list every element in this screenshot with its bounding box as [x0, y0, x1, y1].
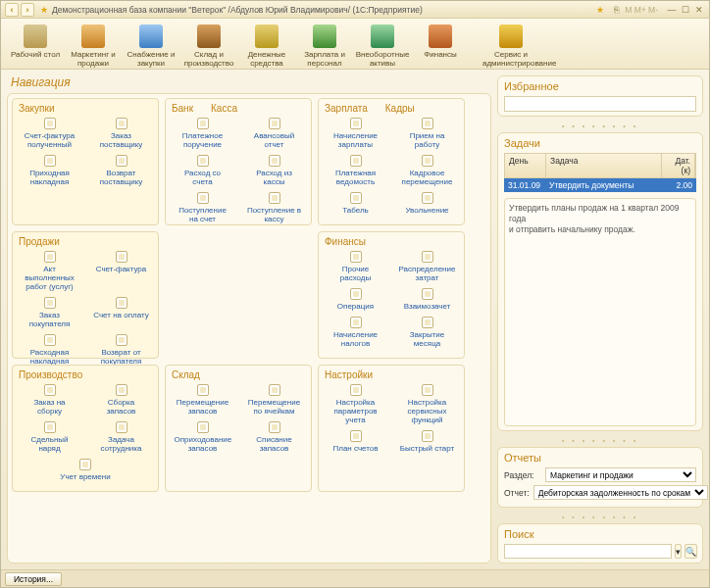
item-prihodnaya-nakladnaya[interactable]: Приходная накладная [22, 155, 78, 186]
item-rashod-so-scheta[interactable]: Расход со счета [175, 155, 231, 186]
tb-warehouse[interactable]: Склад и производство [180, 23, 237, 68]
task-day: 31.01.09 [504, 178, 545, 192]
item-operatsiya[interactable]: Операция [328, 288, 384, 311]
item-bystryj-start[interactable]: Быстрый старт [399, 430, 456, 453]
service-icon [499, 24, 523, 48]
search-panel: Поиск ▾ 🔍 [497, 523, 703, 564]
window-title: Демонстрационная база компании "Ветерок"… [52, 5, 596, 15]
item-plan-schetov[interactable]: План счетов [328, 430, 384, 453]
nav-forward-button[interactable]: › [21, 3, 34, 17]
group-zarplata-kadry: ЗарплатаКадры Начисление зарплаты Прием … [318, 98, 465, 225]
item-zakrytie-mesyatsa[interactable]: Закрытие месяца [399, 317, 456, 348]
divider[interactable]: • • • • • • • • [497, 122, 703, 126]
search-title: Поиск [504, 528, 696, 540]
col-date[interactable]: Дат. (к) [662, 154, 695, 177]
tb-assets[interactable]: Внеоборотные активы [354, 23, 411, 68]
item-kadrovoe-peremeshenie[interactable]: Кадровое перемещение [399, 155, 456, 186]
group-title: Склад [172, 369, 305, 380]
item-tabel[interactable]: Табель [328, 192, 384, 215]
item-nachislenie-nalogov[interactable]: Начисление налогов [328, 317, 384, 348]
item-zakaz-postavshiku[interactable]: Заказ поставщику [93, 118, 150, 149]
favorites-input[interactable] [504, 96, 696, 112]
item-schet-faktura[interactable]: Счет-фактура [93, 251, 150, 291]
item-zadacha-sotrudnika[interactable]: Задача сотрудника [93, 421, 150, 453]
item-schet-na-oplatu[interactable]: Счет на оплату [93, 297, 150, 328]
favorite-star-icon[interactable]: ★ [40, 5, 48, 15]
group-title: Закупки [19, 103, 152, 114]
group-nastroiki: Настройки Настройка параметров учета Нас… [318, 365, 465, 492]
divider[interactable]: • • • • • • • • [497, 437, 703, 441]
item-peremeshenie-zapasov[interactable]: Перемещение запасов [175, 384, 231, 416]
minimize-button[interactable]: — [666, 4, 678, 16]
tb-supply[interactable]: Снабжение и закупки [123, 23, 179, 68]
reports-panel: Отчеты Раздел: Маркетинг и продажи Отчет… [497, 447, 703, 508]
process-map-panel: Закупки Счет-фактура полученный Заказ по… [7, 93, 491, 564]
tasks-header: День Задача Дат. (к) [504, 153, 696, 178]
item-nastroika-servisnyh-funkcij[interactable]: Настройка сервисных функций [399, 384, 456, 424]
item-postuplenie-v-kassu[interactable]: Поступление в кассу [246, 192, 303, 223]
search-input[interactable] [504, 544, 672, 559]
group-title: Настройки [325, 369, 458, 380]
tasks-title: Задачи [504, 137, 696, 149]
item-schet-faktura-poluch[interactable]: Счет-фактура полученный [22, 118, 78, 149]
item-zakaz-pokupatelya[interactable]: Заказ покупателя [22, 297, 78, 328]
item-peremeshenie-po-yachejkam[interactable]: Перемещение по ячейкам [246, 384, 303, 416]
item-platezhnaya-vedomost[interactable]: Платежная ведомость [328, 155, 384, 186]
report-select[interactable]: Дебиторская задолженность по срокам [533, 485, 708, 500]
item-prochie-rashody[interactable]: Прочие расходы [328, 251, 384, 282]
tb-money[interactable]: Денежные средства [238, 23, 295, 68]
task-description: Утвердить планы продаж на 1 квартал 2009… [504, 198, 696, 426]
group-bank-kassa: БанкКасса Платежное поручение Авансовый … [165, 98, 312, 225]
nav-back-button[interactable]: ‹ [5, 3, 19, 17]
section-select[interactable]: Маркетинг и продажи [545, 467, 696, 482]
history-button[interactable]: История... [5, 572, 62, 586]
item-uchet-vremeni[interactable]: Учет времени [57, 459, 114, 481]
left-pane: Навигация Закупки Счет-фактура полученны… [7, 75, 491, 564]
item-nachislenie-zarplaty[interactable]: Начисление зарплаты [328, 118, 384, 149]
tb-salary[interactable]: Зарплата и персонал [296, 23, 353, 68]
item-sborka-zapasov[interactable]: Сборка запасов [93, 384, 150, 416]
item-oprihodovanie-zapasov[interactable]: Оприходование запасов [175, 421, 231, 453]
tb-service[interactable]: Сервис и администрирование [482, 23, 539, 68]
item-priem-na-rabotu[interactable]: Прием на работу [399, 118, 456, 149]
favorites-panel: Избранное [497, 75, 703, 117]
item-akt-rabot[interactable]: Акт выполненных работ (услуг) [22, 251, 78, 291]
item-avansovyj-otchet[interactable]: Авансовый отчет [246, 118, 303, 149]
item-rashod-iz-kassy[interactable]: Расход из кассы [246, 155, 303, 186]
maximize-button[interactable]: ☐ [680, 4, 691, 16]
close-button[interactable]: ✕ [693, 4, 705, 16]
item-uvolnenie[interactable]: Увольнение [399, 192, 456, 215]
star-icon[interactable]: ★ [596, 5, 604, 15]
col-day[interactable]: День [505, 154, 546, 177]
item-postuplenie-na-schet[interactable]: Поступление на счет [175, 192, 231, 223]
item-spisanie-zapasov[interactable]: Списание запасов [246, 421, 303, 453]
item-vozvrat-postavshiku[interactable]: Возврат поставщику [93, 155, 150, 186]
tb-marketing[interactable]: Маркетинг и продажи [65, 23, 122, 68]
group-title: Финансы [325, 236, 458, 247]
item-sdelnyj-naryad[interactable]: Сдельный наряд [22, 421, 78, 453]
tb-desktop[interactable]: Рабочий стол [7, 23, 64, 59]
search-button[interactable]: 🔍 [685, 544, 697, 559]
divider[interactable]: • • • • • • • • [497, 514, 703, 517]
finance-icon [429, 24, 452, 48]
task-desc-line2: и отправить начальнику продаж. [509, 224, 691, 235]
content-area: Навигация Закупки Счет-фактура полученны… [1, 70, 709, 569]
item-rashodnaya-nakladnaya[interactable]: Расходная накладная [22, 334, 78, 366]
item-vozvrat-ot-pokupatelya[interactable]: Возврат от покупателя [93, 334, 150, 366]
item-platezhnoe-poruchenie[interactable]: Платежное поручение [175, 118, 231, 149]
col-task[interactable]: Задача [546, 154, 662, 177]
task-date: 2.00 [663, 178, 696, 192]
desktop-icon [24, 24, 47, 48]
item-nastroika-parametrov-ucheta[interactable]: Настройка параметров учета [328, 384, 384, 424]
search-dropdown-button[interactable]: ▾ [675, 544, 682, 559]
item-zakaz-na-sborku[interactable]: Заказ на сборку [22, 384, 78, 416]
item-raspredelenie-zatrat[interactable]: Распределение затрат [399, 251, 456, 282]
app-window: ‹ › ★ Демонстрационная база компании "Ве… [0, 0, 710, 588]
task-row[interactable]: 31.01.09 Утвердить документы 2.00 [504, 178, 696, 192]
group-title: Продажи [19, 236, 152, 247]
warehouse-icon [197, 24, 221, 48]
item-vzaimozachet[interactable]: Взаимозачет [399, 288, 456, 311]
link-icon[interactable]: ⎘ [614, 5, 619, 15]
calc-memory-text: M M+ M- [625, 5, 658, 15]
tb-finance[interactable]: Финансы [412, 23, 469, 59]
